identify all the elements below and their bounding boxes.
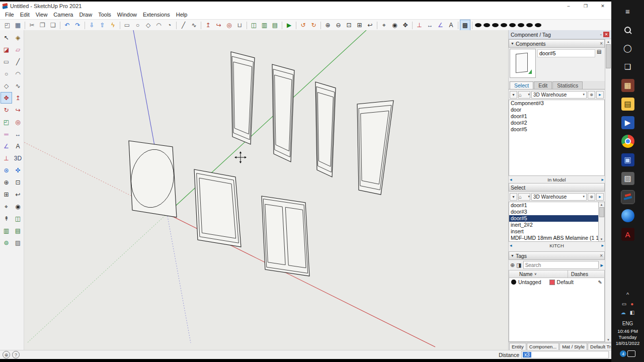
text-tool-icon[interactable]: A (446, 20, 456, 31)
search-icon-2[interactable]: ⊕ (588, 193, 595, 201)
dimension-tool-icon[interactable]: ↔ (425, 20, 435, 31)
rectangle-tool-icon[interactable]: ▭ (122, 20, 132, 31)
make-component-icon[interactable]: ◈ (12, 32, 24, 43)
look-around-icon[interactable]: ◉ (12, 201, 24, 212)
export-icon[interactable]: ⇧ (97, 20, 108, 31)
menu-extensions[interactable]: Extensions (140, 10, 173, 19)
sketchup-icon[interactable] (621, 191, 634, 204)
menu-tools[interactable]: Tools (95, 10, 114, 19)
rotate-cw-icon[interactable]: ↻ (308, 20, 319, 31)
zoom-out-icon[interactable]: ⊖ (333, 20, 344, 31)
components-section-header[interactable]: ▼ Components × (509, 39, 605, 48)
hidden-icons-chevron[interactable]: ^ (626, 292, 629, 298)
undo-icon[interactable]: ↶ (62, 20, 72, 31)
minimize-button[interactable]: – (560, 2, 577, 10)
freehand-tool-icon[interactable]: ∿ (189, 20, 199, 31)
rotate-ccw-icon[interactable]: ↺ (298, 20, 308, 31)
column-dashes[interactable]: Dashes (568, 272, 604, 277)
components-close-icon[interactable]: × (600, 41, 603, 46)
pc-icon[interactable]: ▭ (622, 301, 626, 307)
extension-warehouse-icon[interactable]: ϟ (108, 20, 118, 31)
section-plane-icon[interactable]: ◫ (12, 213, 24, 224)
device-icon[interactable]: ◧ (630, 310, 634, 315)
line-tool-icon[interactable]: ╱ (12, 56, 24, 67)
scroll-thumb[interactable] (599, 207, 604, 217)
menu-edit[interactable]: Edit (17, 10, 33, 19)
measurement-input[interactable]: x3 (521, 351, 609, 358)
component-list-item[interactable]: inert_2#2 (509, 222, 598, 228)
close-button[interactable]: ✕ (594, 2, 611, 10)
eraser-icon[interactable]: ▱ (12, 44, 24, 55)
kitch-label[interactable]: KITCH (512, 243, 602, 248)
rotate-tool-icon[interactable]: ↻ (1, 104, 12, 116)
offset-tool-icon[interactable]: ◎ (12, 116, 24, 128)
import-icon[interactable]: ⇩ (87, 20, 97, 31)
cortana-icon[interactable]: ◯ (621, 42, 634, 55)
tags-close-icon[interactable]: × (600, 253, 603, 258)
section-fill-icon[interactable]: ▥ (259, 20, 270, 31)
acrobat-icon[interactable]: A (621, 228, 634, 241)
add-tag-icon[interactable]: ⊕ (510, 262, 515, 268)
tray-scroll-down-icon[interactable]: ▼ (607, 337, 610, 342)
arc-tool-icon[interactable]: ◠ (153, 20, 164, 31)
component-list-item[interactable]: MDF-UMD 18mm ABS Melamine (1 14 (509, 235, 598, 241)
follow-me-icon[interactable]: ↪ (12, 104, 24, 116)
tag-row[interactable]: Untagged Default ✎ (509, 278, 605, 286)
maximize-button[interactable]: ❐ (577, 2, 594, 10)
section-fill-icon[interactable]: ▥ (1, 225, 12, 236)
view-options-dropdown[interactable]: ▾ (510, 91, 517, 99)
tab-edit[interactable]: Edit (534, 81, 552, 89)
dimension-tool-icon[interactable]: ↔ (12, 128, 24, 140)
select-section-header[interactable]: Select (509, 183, 605, 192)
tag-dash-style[interactable]: Default (557, 279, 582, 285)
component-list-item[interactable]: door#5 (509, 215, 598, 222)
shadows-toggle-icon[interactable]: ▩ (460, 20, 470, 31)
axes-tool-icon[interactable]: ⊥ (414, 20, 425, 31)
polygon-tool-icon[interactable]: ◇ (1, 80, 12, 92)
paste-icon[interactable]: ❏ (48, 20, 58, 31)
component-list-item[interactable]: Component#3 (509, 100, 604, 107)
move-tool-icon[interactable]: ✥ (1, 92, 12, 104)
edge-icon[interactable] (621, 209, 634, 222)
component-list-item[interactable]: door (509, 107, 604, 113)
look-around-icon[interactable]: ◉ (389, 20, 400, 31)
menu-file[interactable]: File (2, 10, 17, 19)
language-indicator[interactable]: ENG (622, 321, 633, 326)
outer-shell-icon[interactable]: ⊔ (234, 20, 245, 31)
chrome-icon[interactable] (621, 135, 634, 148)
shaded-style-icon[interactable] (500, 20, 508, 30)
cut-icon[interactable]: ✂ (27, 20, 37, 31)
tags-section-header[interactable]: ▼ Tags × (509, 251, 605, 260)
movies-app-icon[interactable]: ▣ (621, 153, 634, 166)
tray-tab-entity[interactable]: Entity (509, 343, 526, 350)
zoom-extents-icon[interactable]: ⊞ (1, 189, 12, 200)
menu-draw[interactable]: Draw (76, 10, 95, 19)
edit-pencil-icon[interactable]: ✎ (598, 280, 602, 285)
tray-close-button[interactable]: ✕ (603, 32, 609, 37)
file-explorer-icon[interactable]: ▤ (621, 98, 634, 111)
tray-scroll-thumb[interactable] (606, 44, 611, 68)
tray-scrollbar[interactable]: ▲ ▼ (605, 39, 611, 342)
door4-component[interactable] (357, 101, 393, 195)
tape-measure-icon[interactable]: ═ (1, 128, 12, 140)
section-plane-icon[interactable]: ◫ (249, 20, 259, 31)
orbit-tool-icon[interactable]: ⊛ (1, 164, 12, 176)
paint-bucket-icon[interactable]: ◪ (1, 44, 12, 55)
geolocation-icon[interactable]: ⊕ (3, 351, 10, 358)
pin-icon[interactable]: ▫ (600, 32, 602, 37)
search-icon[interactable]: ⊕ (588, 91, 595, 99)
forward-arrow-icon-2[interactable]: ▸ (601, 243, 604, 248)
onedrive-cloud-icon[interactable]: ☁ (621, 310, 626, 315)
door2-component[interactable] (272, 64, 294, 162)
tab-select[interactable]: Select (510, 81, 533, 89)
tag-search-go-icon[interactable]: ▸ (600, 262, 603, 268)
push-pull-icon[interactable]: ↥ (203, 20, 213, 31)
menu-camera[interactable]: Camera (50, 10, 76, 19)
play-animation-icon[interactable]: ▶ (284, 20, 294, 31)
view-options-dropdown-2[interactable]: ▾ (510, 193, 517, 201)
copy-icon[interactable]: ❐ (37, 20, 48, 31)
viewport[interactable] (24, 30, 508, 350)
zoom-previous-icon[interactable]: ↩ (12, 189, 24, 200)
forward-icon-2[interactable]: ▸ (596, 193, 604, 201)
component-thumbnail[interactable] (510, 49, 536, 78)
